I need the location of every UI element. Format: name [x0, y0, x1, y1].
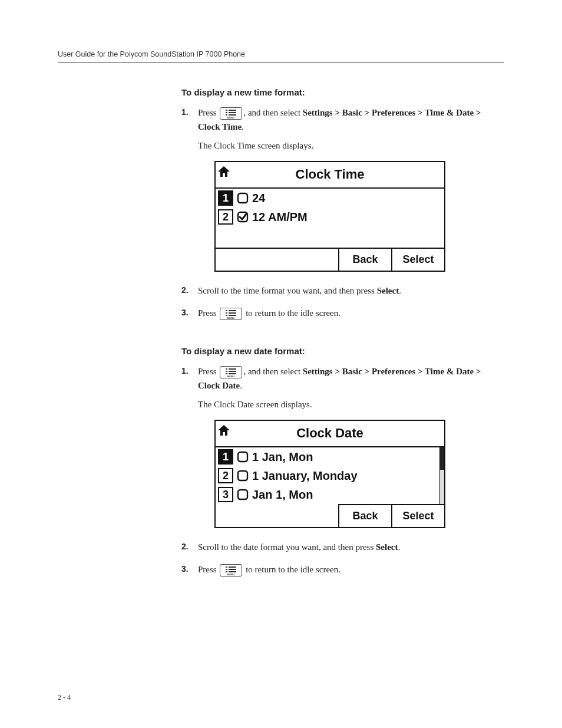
- step-number: 1.: [181, 364, 189, 377]
- option-index: 3: [218, 487, 233, 502]
- softkey-back: Back: [338, 249, 391, 271]
- menu-key-icon: MENU: [220, 308, 242, 320]
- heading-time-format: To display a new time format:: [181, 87, 500, 97]
- option-row: 3 Jan 1, Mon: [216, 485, 444, 504]
- svg-rect-29: [226, 569, 227, 570]
- svg-text:MENU: MENU: [227, 317, 234, 319]
- option-index: 1: [218, 190, 233, 206]
- svg-text:MENU: MENU: [227, 375, 234, 378]
- text-fragment: .: [242, 122, 244, 131]
- time-step-3: 3. Press MENU to return to the idle scre…: [181, 306, 500, 320]
- svg-rect-7: [238, 193, 247, 203]
- step-text: Press MENU , and then select Settings > …: [198, 108, 481, 131]
- option-row: 1 1 Jan, Mon: [216, 447, 444, 466]
- option-index: 2: [218, 468, 233, 483]
- date-step-3: 3. Press MENU to return to the idle scre…: [181, 562, 500, 577]
- softkey-bar: Back Select: [216, 248, 444, 271]
- screen-title: Clock Time: [296, 167, 365, 182]
- time-step-1: 1. Press MENU , and then select Settin: [181, 106, 500, 272]
- step-caption: The Clock Date screen displays.: [198, 397, 500, 411]
- page-number: 2 - 4: [58, 693, 71, 702]
- text-fragment: .: [399, 286, 401, 295]
- option-label: 1 January, Monday: [252, 466, 358, 485]
- date-step-2: 2. Scroll to the date format you want, a…: [181, 540, 500, 554]
- screen-title-row: Clock Date: [216, 421, 444, 447]
- step-number: 1.: [181, 106, 189, 118]
- bold-select: Select: [377, 286, 399, 295]
- step-caption: The Clock Time screen displays.: [198, 139, 500, 153]
- bold-select: Select: [376, 542, 398, 552]
- svg-rect-28: [229, 566, 236, 568]
- softkey-select: Select: [391, 249, 444, 271]
- svg-rect-0: [226, 110, 227, 111]
- svg-rect-11: [226, 312, 227, 314]
- radio-unchecked-icon: [237, 192, 249, 204]
- option-row: 1 24: [216, 189, 444, 207]
- svg-rect-12: [229, 312, 236, 314]
- option-index: 2: [218, 209, 233, 225]
- text-fragment: Scroll to the date format you want, and …: [198, 542, 376, 552]
- step-number: 2.: [181, 540, 189, 553]
- svg-rect-17: [229, 368, 236, 370]
- option-label: 12 AM/PM: [252, 207, 308, 226]
- text-fragment: Press: [198, 565, 219, 574]
- text-fragment: .: [398, 542, 401, 552]
- radio-unchecked-icon: [237, 451, 249, 463]
- svg-rect-30: [229, 569, 236, 570]
- text-fragment: , and then select: [243, 108, 302, 117]
- text-fragment: Scroll to the time format you want, and …: [198, 286, 377, 295]
- svg-rect-3: [229, 112, 236, 113]
- option-label: 24: [252, 189, 265, 207]
- option-row: 2 12 AM/PM: [216, 207, 444, 226]
- svg-rect-10: [229, 310, 236, 311]
- step-text: Press MENU , and then select Settings > …: [198, 367, 481, 390]
- softkey-back: Back: [338, 504, 391, 527]
- svg-rect-9: [226, 310, 227, 311]
- radio-unchecked-icon: [237, 489, 249, 500]
- date-step-1: 1. Press MENU , and then select Settin: [181, 364, 500, 528]
- time-step-2: 2. Scroll to the time format you want, a…: [181, 284, 500, 298]
- text-fragment: Press: [198, 367, 219, 376]
- svg-rect-2: [226, 112, 227, 113]
- svg-rect-24: [238, 471, 247, 480]
- text-fragment: Press: [198, 308, 219, 318]
- svg-rect-25: [238, 490, 247, 499]
- clock-time-screen: Clock Time 1 24 2 12 AM/PM: [214, 161, 445, 272]
- text-fragment: Press: [198, 108, 219, 117]
- home-icon: [217, 163, 231, 184]
- svg-rect-27: [226, 566, 227, 568]
- text-fragment: to return to the idle screen.: [246, 565, 340, 574]
- softkey-select: Select: [391, 504, 444, 527]
- running-header: User Guide for the Polycom SoundStation …: [58, 50, 504, 62]
- screen-title: Clock Date: [296, 426, 363, 440]
- svg-rect-1: [229, 110, 236, 111]
- text-fragment: , and then select: [243, 367, 302, 376]
- text-fragment: .: [240, 381, 242, 390]
- clock-date-screen: Clock Date 1 1 Jan, Mon 2 1 January, Mon…: [214, 420, 445, 528]
- menu-key-icon: MENU: [220, 107, 242, 120]
- option-label: 1 Jan, Mon: [252, 447, 313, 466]
- svg-rect-23: [238, 452, 247, 462]
- option-row: 2 1 January, Monday: [216, 466, 444, 485]
- softkey-bar: Back Select: [216, 504, 444, 527]
- radio-unchecked-icon: [237, 470, 249, 482]
- option-index: 1: [218, 449, 233, 465]
- svg-rect-19: [229, 371, 236, 372]
- step-number: 2.: [181, 284, 189, 297]
- step-number: 3.: [181, 562, 189, 575]
- home-icon: [217, 422, 231, 443]
- svg-text:MENU: MENU: [227, 573, 234, 576]
- menu-key-icon: MENU: [220, 366, 242, 378]
- option-label: Jan 1, Mon: [252, 485, 313, 504]
- svg-text:MENU: MENU: [227, 116, 234, 119]
- svg-rect-16: [226, 368, 227, 370]
- text-fragment: to return to the idle screen.: [246, 308, 340, 318]
- heading-date-format: To display a new date format:: [181, 346, 500, 356]
- svg-rect-18: [226, 371, 227, 372]
- menu-key-icon: MENU: [220, 564, 242, 577]
- step-number: 3.: [181, 306, 189, 319]
- radio-checked-icon: [237, 211, 249, 223]
- screen-title-row: Clock Time: [216, 162, 444, 189]
